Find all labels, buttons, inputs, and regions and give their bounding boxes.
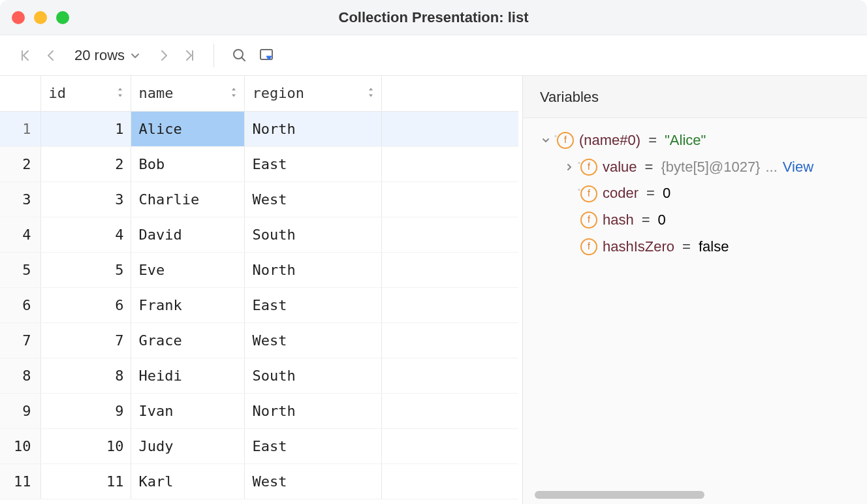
cell-id[interactable]: 6	[40, 287, 131, 323]
variable-name: value	[603, 154, 637, 181]
column-header-name[interactable]: name	[131, 76, 244, 111]
cell-name[interactable]: Bob	[131, 146, 244, 181]
variables-panel-title: Variables	[523, 76, 867, 118]
row-number: 1	[0, 111, 40, 146]
field-icon: ◦f	[557, 132, 574, 149]
table-row[interactable]: 8 8 Heidi South	[0, 358, 518, 393]
column-header-id[interactable]: id	[40, 76, 131, 111]
row-number: 5	[0, 252, 40, 287]
cell-id[interactable]: 5	[40, 252, 131, 287]
variable-node[interactable]: ◦f coder = 0	[540, 180, 862, 207]
cell-region[interactable]: West	[244, 464, 381, 499]
zoom-window-button[interactable]	[56, 11, 69, 24]
first-page-button[interactable]	[16, 46, 35, 65]
cell-id[interactable]: 8	[40, 358, 131, 393]
sort-icon	[367, 85, 375, 101]
variable-value: 0	[663, 180, 670, 207]
variable-name: coder	[603, 180, 638, 207]
cell-name[interactable]: Frank	[131, 287, 244, 323]
cell-region[interactable]: East	[244, 287, 381, 323]
cell-id[interactable]: 1	[40, 111, 131, 146]
field-icon: ◦f	[580, 159, 597, 176]
row-number: 11	[0, 464, 40, 499]
chevron-down-icon[interactable]	[540, 136, 552, 145]
cell-id[interactable]: 7	[40, 323, 131, 358]
cell-region[interactable]: North	[244, 111, 381, 146]
cell-id[interactable]: 10	[40, 428, 131, 464]
column-header-pad	[381, 76, 518, 111]
cell-id[interactable]: 3	[40, 181, 131, 217]
variable-node-root[interactable]: ◦f (name#0) = "Alice"	[540, 127, 862, 154]
cell-region[interactable]: West	[244, 181, 381, 217]
window-title: Collection Presentation: list	[339, 9, 529, 26]
table-row[interactable]: 11 11 Karl West	[0, 464, 518, 499]
cell-id[interactable]: 11	[40, 464, 131, 499]
variable-name: hashIsZero	[603, 234, 674, 260]
titlebar: Collection Presentation: list	[0, 0, 867, 35]
equals-sign: =	[682, 234, 691, 260]
table-row[interactable]: 2 2 Bob East	[0, 146, 518, 181]
cell-region[interactable]: West	[244, 323, 381, 358]
variable-value: "Alice"	[665, 127, 706, 154]
table-row[interactable]: 3 3 Charlie West	[0, 181, 518, 217]
cell-region[interactable]: North	[244, 393, 381, 428]
variables-panel: Variables ◦f (name#0) = "Alice" ◦f value…	[522, 76, 867, 504]
row-number: 4	[0, 217, 40, 252]
cell-region[interactable]: South	[244, 358, 381, 393]
filter-button[interactable]	[256, 44, 278, 67]
cell-name[interactable]: Ivan	[131, 393, 244, 428]
cell-id[interactable]: 2	[40, 146, 131, 181]
sort-icon	[230, 85, 238, 101]
row-number: 7	[0, 323, 40, 358]
table-row[interactable]: 1 1 Alice North	[0, 111, 518, 146]
last-page-button[interactable]	[180, 46, 199, 65]
toolbar: 20 rows	[0, 35, 867, 76]
cell-name[interactable]: Judy	[131, 428, 244, 464]
cell-name[interactable]: Alice	[131, 111, 244, 146]
rows-per-page-dropdown[interactable]: 20 rows	[68, 47, 147, 64]
cell-name[interactable]: Charlie	[131, 181, 244, 217]
table-row[interactable]: 5 5 Eve North	[0, 252, 518, 287]
table-row[interactable]: 4 4 David South	[0, 217, 518, 252]
view-link[interactable]: View	[783, 154, 813, 181]
cell-name[interactable]: Grace	[131, 323, 244, 358]
cell-name[interactable]: Eve	[131, 252, 244, 287]
table-row[interactable]: 7 7 Grace West	[0, 323, 518, 358]
chevron-right-icon[interactable]	[563, 163, 575, 172]
table-row[interactable]: 10 10 Judy East	[0, 428, 518, 464]
horizontal-scrollbar-track[interactable]	[535, 491, 860, 499]
variable-node[interactable]: ◦f value = {byte[5]@1027} ... View	[540, 154, 862, 181]
search-button[interactable]	[229, 44, 251, 67]
row-number: 3	[0, 181, 40, 217]
field-icon: ◦f	[580, 185, 597, 202]
cell-name[interactable]: Karl	[131, 464, 244, 499]
table-header-row: id name region	[0, 76, 518, 111]
main-area: id name region 1 1	[0, 76, 867, 504]
cell-region[interactable]: East	[244, 146, 381, 181]
cell-region[interactable]: South	[244, 217, 381, 252]
cell-name[interactable]: Heidi	[131, 358, 244, 393]
cell-name[interactable]: David	[131, 217, 244, 252]
data-table-area: id name region 1 1	[0, 76, 518, 504]
prev-page-button[interactable]	[40, 46, 60, 65]
row-number: 9	[0, 393, 40, 428]
row-number-header	[0, 76, 40, 111]
variables-tree: ◦f (name#0) = "Alice" ◦f value = {byte[5…	[523, 118, 867, 265]
horizontal-scrollbar-thumb[interactable]	[535, 491, 704, 499]
close-window-button[interactable]	[12, 11, 25, 24]
filter-icon	[259, 47, 276, 64]
cell-region[interactable]: East	[244, 428, 381, 464]
variable-name: (name#0)	[579, 127, 640, 154]
column-header-region[interactable]: region	[244, 76, 381, 111]
table-row[interactable]: 6 6 Frank East	[0, 287, 518, 323]
equals-sign: =	[642, 207, 650, 234]
cell-id[interactable]: 4	[40, 217, 131, 252]
next-page-button[interactable]	[155, 46, 174, 65]
search-icon	[232, 48, 247, 63]
cell-id[interactable]: 9	[40, 393, 131, 428]
minimize-window-button[interactable]	[34, 11, 47, 24]
variable-node[interactable]: f hash = 0	[540, 207, 862, 234]
cell-region[interactable]: North	[244, 252, 381, 287]
variable-node[interactable]: f hashIsZero = false	[540, 234, 862, 260]
table-row[interactable]: 9 9 Ivan North	[0, 393, 518, 428]
